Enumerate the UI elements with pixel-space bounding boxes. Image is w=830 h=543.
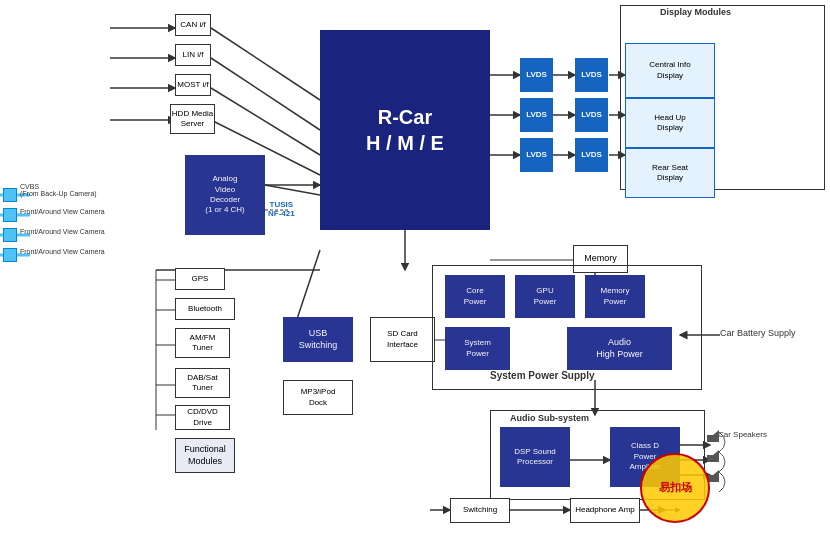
lvds-2a: LVDS — [520, 98, 553, 132]
central-info-display: Central Info Display — [625, 43, 715, 98]
head-up-display: Head Up Display — [625, 98, 715, 148]
lvds-1a: LVDS — [520, 58, 553, 92]
functional-modules-block: Functional Modules — [175, 438, 235, 473]
tusis-label: TUSIS NF-421 — [268, 200, 295, 218]
gpu-power-block: GPU Power — [515, 275, 575, 318]
svg-line-4 — [211, 28, 320, 100]
rear-seat-display: Rear Seat Display — [625, 148, 715, 198]
analog-video-decoder: Analog Video Decoder (1 or 4 CH) — [185, 155, 265, 235]
cvbs-label: CVBS (From Back-Up Camera) — [20, 183, 97, 197]
diagram: Display Modules R-Car H / M / E LVDS LVD… — [0, 0, 830, 543]
dabsat-tuner-block: DAB/Sat Tuner — [175, 368, 230, 398]
most-if-block: MOST i/f — [175, 74, 211, 96]
cvbs-connector-1 — [3, 188, 17, 202]
svg-marker-46 — [707, 430, 719, 442]
gps-block: GPS — [175, 268, 225, 290]
sd-card-block: SD Card Interface — [370, 317, 435, 362]
display-modules-label: Display Modules — [660, 7, 731, 17]
lvds-2b: LVDS — [575, 98, 608, 132]
audio-subsystem-label: Audio Sub-system — [510, 413, 589, 423]
hdd-media-block: HDD Media Server — [170, 104, 215, 134]
dsp-sound-processor: DSP Sound Processor — [500, 427, 570, 487]
headphone-amp-block: Headphone Amp — [570, 498, 640, 523]
usb-switching-block: USB Switching — [283, 317, 353, 362]
cam2-label: Front/Around View Camera — [20, 228, 105, 235]
cam1-label: Front/Around View Camera — [20, 208, 105, 215]
switching-block: Switching — [450, 498, 510, 523]
cam3-label: Front/Around View Camera — [20, 248, 105, 255]
memory-power-block: Memory Power — [585, 275, 645, 318]
watermark: 易扣场 — [640, 453, 710, 523]
audio-high-power-block: Audio High Power — [567, 327, 672, 370]
lin-if-block: LIN i/f — [175, 44, 211, 66]
lvds-3b: LVDS — [575, 138, 608, 172]
rcar-chip: R-Car H / M / E — [320, 30, 490, 230]
mp3ipod-block: MP3/iPod Dock — [283, 380, 353, 415]
svg-marker-47 — [707, 450, 719, 462]
can-if-block: CAN i/f — [175, 14, 211, 36]
amfm-tuner-block: AM/FM Tuner — [175, 328, 230, 358]
cvbs-connector-3 — [3, 228, 17, 242]
core-power-block: Core Power — [445, 275, 505, 318]
car-battery-label: Car Battery Supply — [720, 328, 796, 338]
cddvd-drive-block: CD/DVD Drive — [175, 405, 230, 430]
system-power-block: System Power — [445, 327, 510, 370]
cvbs-connector-4 — [3, 248, 17, 262]
lvds-3a: LVDS — [520, 138, 553, 172]
cvbs-connector-2 — [3, 208, 17, 222]
svg-line-6 — [211, 88, 320, 155]
bluetooth-block: Bluetooth — [175, 298, 235, 320]
svg-line-9 — [265, 185, 320, 195]
system-power-label: System Power Supply — [490, 370, 594, 381]
lvds-1b: LVDS — [575, 58, 608, 92]
svg-line-5 — [211, 58, 320, 130]
